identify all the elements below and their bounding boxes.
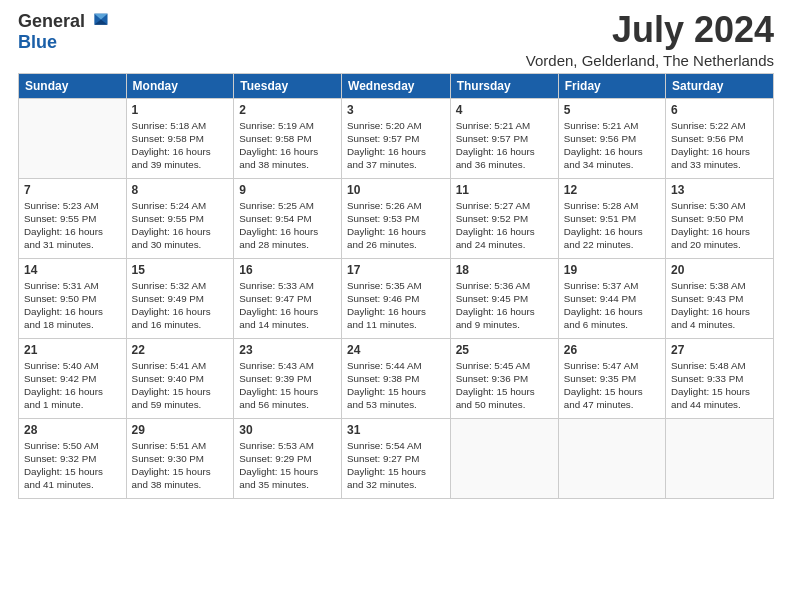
th-friday: Friday bbox=[558, 73, 665, 98]
table-row: 10Sunrise: 5:26 AM Sunset: 9:53 PM Dayli… bbox=[342, 178, 451, 258]
logo: General Blue bbox=[18, 10, 109, 53]
th-thursday: Thursday bbox=[450, 73, 558, 98]
location: Vorden, Gelderland, The Netherlands bbox=[526, 52, 774, 69]
day-info: Sunrise: 5:37 AM Sunset: 9:44 PM Dayligh… bbox=[564, 279, 660, 332]
day-number: 23 bbox=[239, 343, 336, 357]
day-info: Sunrise: 5:24 AM Sunset: 9:55 PM Dayligh… bbox=[132, 199, 229, 252]
table-row bbox=[666, 418, 774, 498]
table-row: 12Sunrise: 5:28 AM Sunset: 9:51 PM Dayli… bbox=[558, 178, 665, 258]
page: General Blue July 2024 Vorden, Gelderlan… bbox=[0, 0, 792, 612]
day-number: 12 bbox=[564, 183, 660, 197]
table-row: 11Sunrise: 5:27 AM Sunset: 9:52 PM Dayli… bbox=[450, 178, 558, 258]
day-info: Sunrise: 5:41 AM Sunset: 9:40 PM Dayligh… bbox=[132, 359, 229, 412]
calendar-week-1: 7Sunrise: 5:23 AM Sunset: 9:55 PM Daylig… bbox=[19, 178, 774, 258]
calendar-week-4: 28Sunrise: 5:50 AM Sunset: 9:32 PM Dayli… bbox=[19, 418, 774, 498]
day-info: Sunrise: 5:28 AM Sunset: 9:51 PM Dayligh… bbox=[564, 199, 660, 252]
day-info: Sunrise: 5:33 AM Sunset: 9:47 PM Dayligh… bbox=[239, 279, 336, 332]
table-row bbox=[558, 418, 665, 498]
day-number: 10 bbox=[347, 183, 445, 197]
day-number: 31 bbox=[347, 423, 445, 437]
day-number: 11 bbox=[456, 183, 553, 197]
table-row: 9Sunrise: 5:25 AM Sunset: 9:54 PM Daylig… bbox=[234, 178, 342, 258]
day-info: Sunrise: 5:23 AM Sunset: 9:55 PM Dayligh… bbox=[24, 199, 121, 252]
day-info: Sunrise: 5:44 AM Sunset: 9:38 PM Dayligh… bbox=[347, 359, 445, 412]
day-number: 30 bbox=[239, 423, 336, 437]
day-info: Sunrise: 5:51 AM Sunset: 9:30 PM Dayligh… bbox=[132, 439, 229, 492]
day-info: Sunrise: 5:43 AM Sunset: 9:39 PM Dayligh… bbox=[239, 359, 336, 412]
th-monday: Monday bbox=[126, 73, 234, 98]
day-info: Sunrise: 5:21 AM Sunset: 9:56 PM Dayligh… bbox=[564, 119, 660, 172]
table-row: 13Sunrise: 5:30 AM Sunset: 9:50 PM Dayli… bbox=[666, 178, 774, 258]
day-info: Sunrise: 5:47 AM Sunset: 9:35 PM Dayligh… bbox=[564, 359, 660, 412]
table-row: 26Sunrise: 5:47 AM Sunset: 9:35 PM Dayli… bbox=[558, 338, 665, 418]
day-info: Sunrise: 5:20 AM Sunset: 9:57 PM Dayligh… bbox=[347, 119, 445, 172]
table-row bbox=[450, 418, 558, 498]
table-row: 21Sunrise: 5:40 AM Sunset: 9:42 PM Dayli… bbox=[19, 338, 127, 418]
table-row: 29Sunrise: 5:51 AM Sunset: 9:30 PM Dayli… bbox=[126, 418, 234, 498]
th-tuesday: Tuesday bbox=[234, 73, 342, 98]
header: General Blue July 2024 Vorden, Gelderlan… bbox=[18, 10, 774, 69]
calendar-week-0: 1Sunrise: 5:18 AM Sunset: 9:58 PM Daylig… bbox=[19, 98, 774, 178]
calendar-week-3: 21Sunrise: 5:40 AM Sunset: 9:42 PM Dayli… bbox=[19, 338, 774, 418]
day-number: 7 bbox=[24, 183, 121, 197]
logo-general-text: General bbox=[18, 11, 85, 32]
day-number: 26 bbox=[564, 343, 660, 357]
day-number: 9 bbox=[239, 183, 336, 197]
day-number: 5 bbox=[564, 103, 660, 117]
day-number: 17 bbox=[347, 263, 445, 277]
table-row: 31Sunrise: 5:54 AM Sunset: 9:27 PM Dayli… bbox=[342, 418, 451, 498]
day-number: 27 bbox=[671, 343, 768, 357]
table-row: 28Sunrise: 5:50 AM Sunset: 9:32 PM Dayli… bbox=[19, 418, 127, 498]
table-row: 27Sunrise: 5:48 AM Sunset: 9:33 PM Dayli… bbox=[666, 338, 774, 418]
table-row: 5Sunrise: 5:21 AM Sunset: 9:56 PM Daylig… bbox=[558, 98, 665, 178]
day-info: Sunrise: 5:18 AM Sunset: 9:58 PM Dayligh… bbox=[132, 119, 229, 172]
day-info: Sunrise: 5:21 AM Sunset: 9:57 PM Dayligh… bbox=[456, 119, 553, 172]
day-number: 18 bbox=[456, 263, 553, 277]
table-row: 1Sunrise: 5:18 AM Sunset: 9:58 PM Daylig… bbox=[126, 98, 234, 178]
table-row: 25Sunrise: 5:45 AM Sunset: 9:36 PM Dayli… bbox=[450, 338, 558, 418]
table-row: 30Sunrise: 5:53 AM Sunset: 9:29 PM Dayli… bbox=[234, 418, 342, 498]
logo-icon bbox=[87, 10, 109, 32]
day-info: Sunrise: 5:26 AM Sunset: 9:53 PM Dayligh… bbox=[347, 199, 445, 252]
day-info: Sunrise: 5:22 AM Sunset: 9:56 PM Dayligh… bbox=[671, 119, 768, 172]
th-wednesday: Wednesday bbox=[342, 73, 451, 98]
table-row bbox=[19, 98, 127, 178]
day-info: Sunrise: 5:36 AM Sunset: 9:45 PM Dayligh… bbox=[456, 279, 553, 332]
calendar-week-2: 14Sunrise: 5:31 AM Sunset: 9:50 PM Dayli… bbox=[19, 258, 774, 338]
day-info: Sunrise: 5:54 AM Sunset: 9:27 PM Dayligh… bbox=[347, 439, 445, 492]
th-saturday: Saturday bbox=[666, 73, 774, 98]
day-info: Sunrise: 5:30 AM Sunset: 9:50 PM Dayligh… bbox=[671, 199, 768, 252]
table-row: 18Sunrise: 5:36 AM Sunset: 9:45 PM Dayli… bbox=[450, 258, 558, 338]
day-info: Sunrise: 5:50 AM Sunset: 9:32 PM Dayligh… bbox=[24, 439, 121, 492]
table-row: 23Sunrise: 5:43 AM Sunset: 9:39 PM Dayli… bbox=[234, 338, 342, 418]
table-row: 7Sunrise: 5:23 AM Sunset: 9:55 PM Daylig… bbox=[19, 178, 127, 258]
table-row: 3Sunrise: 5:20 AM Sunset: 9:57 PM Daylig… bbox=[342, 98, 451, 178]
day-number: 16 bbox=[239, 263, 336, 277]
table-row: 8Sunrise: 5:24 AM Sunset: 9:55 PM Daylig… bbox=[126, 178, 234, 258]
day-number: 21 bbox=[24, 343, 121, 357]
day-number: 24 bbox=[347, 343, 445, 357]
day-info: Sunrise: 5:53 AM Sunset: 9:29 PM Dayligh… bbox=[239, 439, 336, 492]
day-number: 14 bbox=[24, 263, 121, 277]
day-info: Sunrise: 5:48 AM Sunset: 9:33 PM Dayligh… bbox=[671, 359, 768, 412]
day-info: Sunrise: 5:40 AM Sunset: 9:42 PM Dayligh… bbox=[24, 359, 121, 412]
day-info: Sunrise: 5:25 AM Sunset: 9:54 PM Dayligh… bbox=[239, 199, 336, 252]
month-title: July 2024 bbox=[526, 10, 774, 50]
table-row: 24Sunrise: 5:44 AM Sunset: 9:38 PM Dayli… bbox=[342, 338, 451, 418]
day-number: 3 bbox=[347, 103, 445, 117]
logo-blue-text: Blue bbox=[18, 32, 57, 52]
day-number: 6 bbox=[671, 103, 768, 117]
day-info: Sunrise: 5:27 AM Sunset: 9:52 PM Dayligh… bbox=[456, 199, 553, 252]
day-number: 29 bbox=[132, 423, 229, 437]
day-number: 22 bbox=[132, 343, 229, 357]
day-number: 15 bbox=[132, 263, 229, 277]
day-number: 13 bbox=[671, 183, 768, 197]
table-row: 16Sunrise: 5:33 AM Sunset: 9:47 PM Dayli… bbox=[234, 258, 342, 338]
table-row: 14Sunrise: 5:31 AM Sunset: 9:50 PM Dayli… bbox=[19, 258, 127, 338]
day-number: 8 bbox=[132, 183, 229, 197]
table-row: 19Sunrise: 5:37 AM Sunset: 9:44 PM Dayli… bbox=[558, 258, 665, 338]
day-number: 19 bbox=[564, 263, 660, 277]
table-row: 22Sunrise: 5:41 AM Sunset: 9:40 PM Dayli… bbox=[126, 338, 234, 418]
header-row: Sunday Monday Tuesday Wednesday Thursday… bbox=[19, 73, 774, 98]
table-row: 20Sunrise: 5:38 AM Sunset: 9:43 PM Dayli… bbox=[666, 258, 774, 338]
